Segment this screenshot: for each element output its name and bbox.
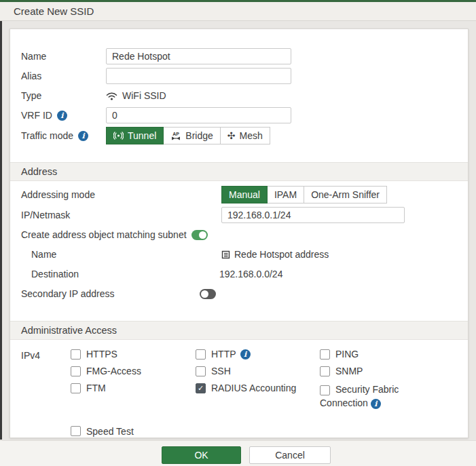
address-section-header: Address xyxy=(10,162,468,181)
name-input[interactable] xyxy=(106,48,291,64)
vrf-label: VRF ID xyxy=(21,110,52,121)
type-row: Type WiFi SSID xyxy=(21,88,457,104)
mesh-option-label: Mesh xyxy=(240,130,263,141)
checkbox-ssh[interactable]: SSH xyxy=(196,366,320,376)
manual-option-label: Manual xyxy=(229,189,260,200)
type-label: Type xyxy=(21,90,41,101)
ok-button[interactable]: OK xyxy=(162,446,241,464)
toggle-knob xyxy=(201,290,208,298)
address-object-icon xyxy=(221,250,230,259)
checkbox-label: HTTPS xyxy=(86,349,117,360)
checkbox-security-fabric-connection[interactable]: Security Fabric Connectioni xyxy=(320,383,418,410)
ip-netmask-label: IP/Netmask xyxy=(21,210,70,220)
checkbox-box[interactable] xyxy=(320,366,330,376)
addressing-mode-manual-button[interactable]: Manual xyxy=(221,186,268,203)
name-row: Name xyxy=(21,48,457,64)
checkbox-box[interactable] xyxy=(196,366,206,376)
addressing-mode-ipam-button[interactable]: IPAM xyxy=(267,186,304,203)
checkbox-ftm[interactable]: FTM xyxy=(71,383,196,393)
addressing-mode-segmented: Manual IPAM One-Arm Sniffer xyxy=(221,186,387,203)
checkbox-box[interactable] xyxy=(320,385,330,395)
vrf-input[interactable] xyxy=(106,107,291,123)
checkbox-box[interactable] xyxy=(71,426,81,436)
access-point-icon: AP xyxy=(170,131,181,141)
checkbox-label: PING xyxy=(335,349,359,360)
admin-access-section-title: Administrative Access xyxy=(21,325,117,336)
ipv4-access-row: IPv4 HTTPS HTTP i PING FMG-Access xyxy=(21,349,457,437)
checkbox-box[interactable] xyxy=(71,383,81,393)
checkbox-box[interactable] xyxy=(71,366,81,376)
traffic-mode-row: Traffic mode i Tunnel AP Bridge xyxy=(21,127,457,144)
info-icon[interactable]: i xyxy=(78,131,88,141)
type-value: WiFi SSID xyxy=(122,90,166,101)
object-name-label: Name xyxy=(31,249,56,260)
object-name-value: Rede Hotspot address xyxy=(234,249,329,260)
secondary-ip-row: Secondary IP address xyxy=(21,286,457,302)
create-address-object-row: Create address object matching subnet xyxy=(21,227,457,243)
ipv4-checkbox-grid: HTTPS HTTP i PING FMG-Access SSH xyxy=(71,349,437,437)
traffic-mode-bridge-button[interactable]: AP Bridge xyxy=(163,127,220,144)
svg-text:AP: AP xyxy=(172,131,179,136)
toggle-knob xyxy=(199,231,206,239)
dialog-footer: OK Cancel xyxy=(0,440,476,466)
address-section-title: Address xyxy=(21,166,57,177)
checkbox-label: HTTP xyxy=(211,349,236,360)
checkbox-snmp[interactable]: SNMP xyxy=(320,366,437,376)
ipv4-label: IPv4 xyxy=(21,349,71,437)
secondary-ip-toggle[interactable] xyxy=(200,289,216,299)
checkbox-box[interactable] xyxy=(320,349,330,360)
addressing-mode-row: Addressing mode Manual IPAM One-Arm Snif… xyxy=(21,186,457,203)
checkbox-label: Security Fabric Connection xyxy=(320,384,399,408)
addressing-mode-label: Addressing mode xyxy=(21,189,95,200)
alias-label: Alias xyxy=(21,71,41,81)
checkbox-radius-accounting[interactable]: RADIUS Accounting xyxy=(196,383,320,393)
checkbox-box[interactable] xyxy=(196,349,206,360)
addressing-mode-sniffer-button[interactable]: One-Arm Sniffer xyxy=(304,186,387,203)
checkbox-http[interactable]: HTTP i xyxy=(196,349,320,360)
name-label: Name xyxy=(21,51,46,62)
destination-label: Destination xyxy=(31,269,79,279)
checkbox-box[interactable] xyxy=(196,383,206,393)
alias-input[interactable] xyxy=(106,68,291,84)
mesh-icon: ✣ xyxy=(227,131,236,140)
traffic-mode-mesh-button[interactable]: ✣ Mesh xyxy=(220,127,270,144)
destination-row: Destination 192.168.0.0/24 xyxy=(21,266,457,282)
create-ssid-form-panel: Name Alias Type WiFi SSID VRF ID i Traff… xyxy=(10,28,469,438)
info-icon[interactable]: i xyxy=(240,349,251,360)
checkbox-speed-test[interactable]: Speed Test xyxy=(71,426,196,437)
checkbox-label: SSH xyxy=(211,366,231,376)
ip-netmask-row: IP/Netmask xyxy=(21,207,457,223)
alias-row: Alias xyxy=(21,68,457,84)
checkbox-label: RADIUS Accounting xyxy=(211,383,296,393)
create-address-object-label: Create address object matching subnet xyxy=(21,229,187,240)
secondary-ip-label: Secondary IP address xyxy=(21,288,115,299)
traffic-mode-tunnel-button[interactable]: Tunnel xyxy=(106,127,164,144)
sniffer-option-label: One-Arm Sniffer xyxy=(311,189,380,200)
object-name-row: Name Rede Hotspot address xyxy=(21,246,457,263)
vrf-row: VRF ID i xyxy=(21,107,457,123)
checkbox-fmg-access[interactable]: FMG-Access xyxy=(71,366,196,376)
checkbox-https[interactable]: HTTPS xyxy=(71,349,196,360)
info-icon[interactable]: i xyxy=(57,111,67,121)
left-edge-strip xyxy=(0,21,2,440)
admin-access-section-header: Administrative Access xyxy=(10,321,468,340)
dialog-titlebar: Create New SSID xyxy=(0,2,476,21)
traffic-mode-segmented: Tunnel AP Bridge ✣ Mesh xyxy=(106,127,270,144)
checkbox-ping[interactable]: PING xyxy=(320,349,437,360)
cancel-button[interactable]: Cancel xyxy=(249,446,331,464)
ipam-option-label: IPAM xyxy=(274,189,297,200)
dialog-title: Create New SSID xyxy=(14,5,94,17)
traffic-mode-label: Traffic mode xyxy=(21,130,73,141)
create-address-object-toggle[interactable] xyxy=(191,230,208,240)
ip-netmask-input[interactable] xyxy=(221,207,405,223)
broadcast-icon xyxy=(113,132,124,140)
tunnel-option-label: Tunnel xyxy=(128,130,156,141)
checkbox-box[interactable] xyxy=(71,349,81,360)
checkbox-label: FMG-Access xyxy=(86,366,141,376)
destination-value: 192.168.0.0/24 xyxy=(219,269,282,279)
checkbox-label: Speed Test xyxy=(86,426,134,437)
wifi-icon xyxy=(106,92,117,100)
checkbox-label: SNMP xyxy=(335,366,363,376)
info-icon[interactable]: i xyxy=(371,399,381,409)
checkbox-label: FTM xyxy=(86,383,106,393)
